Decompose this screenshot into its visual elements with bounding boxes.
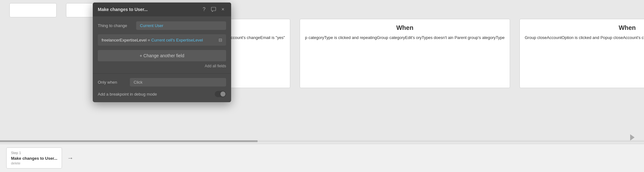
add-field-button[interactable]: + Change another field xyxy=(98,50,226,61)
when-body-4: p categoryType is clicked and repeatingG… xyxy=(305,35,505,41)
debug-row: Add a breakpoint in debug mode xyxy=(98,91,226,97)
debug-label: Add a breakpoint in debug mode xyxy=(98,92,157,97)
step-bar: Step 1 Make changes to User... delete → xyxy=(0,144,644,172)
when-title-5: When xyxy=(525,24,644,31)
step-delete[interactable]: delete xyxy=(11,161,57,165)
help-icon-btn[interactable]: ? xyxy=(201,6,207,13)
modal-body: Thing to change Current User freelancerE… xyxy=(93,16,231,102)
modal-divider xyxy=(93,73,231,74)
when-card-4[interactable]: When p categoryType is clicked and repea… xyxy=(300,19,510,88)
debug-toggle[interactable] xyxy=(215,91,226,97)
thing-to-change-row: Thing to change Current User xyxy=(98,21,226,30)
toggle-knob xyxy=(220,92,225,97)
scroll-indicator[interactable] xyxy=(0,140,644,142)
modal-header: Make changes to User... ? × xyxy=(93,3,231,16)
step-label: Step 1 xyxy=(11,151,57,155)
assignment-field: freelancerExpertiseLevel = Current cell'… xyxy=(102,38,214,42)
step-arrow-icon: → xyxy=(67,154,73,162)
when-card-5[interactable]: When Group closeAccountOption is clicked… xyxy=(519,19,644,88)
canvas: When Button Save is clicked and Popup ed… xyxy=(0,0,644,172)
assignment-row[interactable]: freelancerExpertiseLevel = Current cell'… xyxy=(98,34,226,46)
assignment-delete-icon[interactable]: ⊟ xyxy=(219,37,222,42)
scroll-thumb xyxy=(0,140,258,142)
step-name: Make changes to User... xyxy=(11,156,57,161)
only-when-value[interactable]: Click xyxy=(130,78,226,86)
when-body-5: Group closeAccountOption is clicked and … xyxy=(525,35,644,41)
assignment-operator: = xyxy=(148,38,151,42)
step-box[interactable]: Step 1 Make changes to User... delete xyxy=(6,147,62,169)
modal-title: Make changes to User... xyxy=(98,7,148,12)
assignment-value: Current cell's ExpertiseLevel xyxy=(151,38,203,42)
only-when-label: Only when xyxy=(98,80,126,85)
chat-icon-btn[interactable] xyxy=(210,6,217,13)
assignment-field-name: freelancerExpertiseLevel xyxy=(102,38,147,42)
add-all-fields-link[interactable]: Add all fields xyxy=(98,64,226,68)
modal-icons: ? × xyxy=(201,6,226,13)
empty-card-1 xyxy=(9,3,57,17)
only-when-row: Only when Click xyxy=(98,78,226,86)
scroll-right-arrow[interactable] xyxy=(630,134,635,141)
close-icon-btn[interactable]: × xyxy=(220,6,226,13)
when-title-4: When xyxy=(305,24,505,31)
thing-to-change-label: Thing to change xyxy=(98,23,132,28)
thing-to-change-value[interactable]: Current User xyxy=(136,21,226,30)
modal: Make changes to User... ? × Thing to cha… xyxy=(93,3,231,102)
